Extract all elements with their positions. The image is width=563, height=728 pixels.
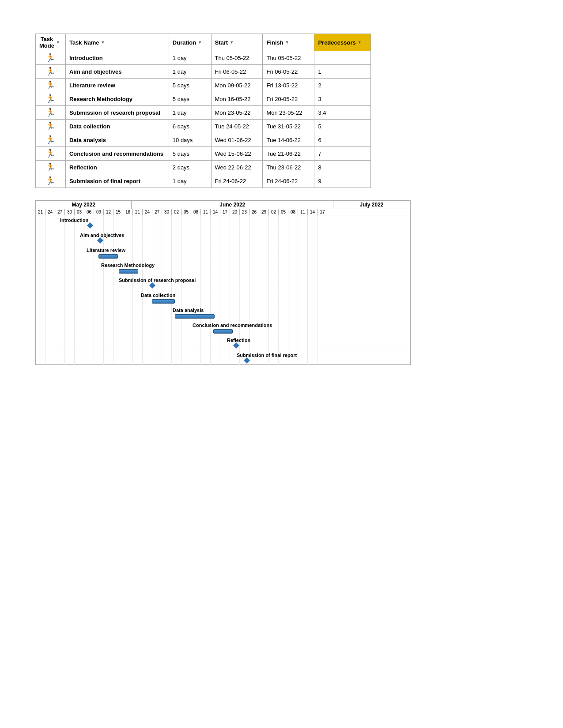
- gantt-day-label: 29: [259, 209, 269, 215]
- gantt-grid-cell: [162, 305, 172, 320]
- gantt-grid-row: [36, 215, 410, 230]
- task-finish-cell: Thu 23-06-22: [263, 161, 314, 174]
- gantt-grid-cell: [143, 230, 152, 245]
- task-finish-cell: Mon 23-05-22: [263, 106, 314, 120]
- gantt-grid-cell: [65, 350, 75, 365]
- gantt-grid-cell: [143, 335, 152, 350]
- gantt-grid-cell: [269, 305, 279, 320]
- gantt-day-label: 02: [172, 209, 181, 215]
- gantt-grid-cell: [317, 350, 327, 365]
- gantt-grid-cell: [230, 260, 240, 275]
- gantt-grid-cell: [45, 230, 55, 245]
- gantt-day-label: 21: [36, 209, 45, 215]
- table-row: 🏃Research Methodology5 daysMon 16-05-22F…: [36, 92, 371, 106]
- gantt-grid-cell: [162, 320, 172, 335]
- task-mode-icon: 🏃: [45, 108, 55, 117]
- gantt-grid-cell: [191, 350, 201, 365]
- gantt-grid-cell: [298, 335, 308, 350]
- gantt-grid-cell: [308, 290, 317, 305]
- gantt-grid-cell: [191, 260, 201, 275]
- gantt-grid-cell: [36, 245, 45, 260]
- sort-icon-predecessors[interactable]: ▼: [358, 40, 362, 45]
- gantt-grid-cell: [240, 305, 249, 320]
- gantt-grid-cell: [191, 245, 201, 260]
- gantt-grid-cell: [288, 290, 298, 305]
- gantt-grid-cell: [249, 260, 259, 275]
- task-duration-cell: 2 days: [169, 161, 211, 174]
- gantt-grid-cell: [123, 290, 133, 305]
- task-mode-icon: 🏃: [45, 135, 55, 145]
- gantt-grid-cell: [65, 260, 75, 275]
- gantt-task-label: Data analysis: [173, 308, 204, 313]
- gantt-grid-cell: [288, 215, 298, 230]
- gantt-day-label: 17: [220, 209, 230, 215]
- gantt-grid-cell: [94, 215, 104, 230]
- gantt-grid-cell: [211, 290, 220, 305]
- gantt-day-label: 15: [113, 209, 123, 215]
- gantt-day-label: 08: [191, 209, 201, 215]
- sort-icon-duration[interactable]: ▼: [198, 40, 202, 45]
- gantt-body: IntroductionAim and objectivesLiterature…: [35, 215, 411, 365]
- task-finish-cell: Fri 13-05-22: [263, 79, 314, 92]
- task-finish-cell: Fri 20-05-22: [263, 92, 314, 106]
- gantt-grid-cell: [249, 215, 259, 230]
- gantt-grid-cell: [143, 350, 152, 365]
- task-duration-cell: 5 days: [169, 92, 211, 106]
- gantt-grid-cell: [104, 350, 113, 365]
- gantt-day-label: 05: [181, 209, 191, 215]
- task-duration-cell: 5 days: [169, 147, 211, 161]
- gantt-grid-cell: [55, 245, 65, 260]
- gantt-grid-cell: [45, 215, 55, 230]
- task-mode-icon: 🏃: [45, 121, 55, 131]
- gantt-grid-cell: [298, 245, 308, 260]
- task-icon-cell: 🏃: [36, 133, 66, 147]
- col-label-task-mode: TaskMode: [39, 36, 54, 49]
- gantt-day-label: 30: [162, 209, 172, 215]
- gantt-grid-row: [36, 335, 410, 350]
- gantt-grid-cell: [94, 275, 104, 290]
- gantt-grid-cell: [113, 290, 123, 305]
- task-icon-cell: 🏃: [36, 147, 66, 161]
- task-predecessors-cell: 2: [314, 79, 371, 92]
- gantt-grid-cell: [65, 275, 75, 290]
- col-label-duration: Duration: [173, 39, 196, 46]
- sort-icon-task-mode[interactable]: ▼: [56, 40, 60, 45]
- gantt-grid-cell: [65, 290, 75, 305]
- gantt-grid-cell: [36, 260, 45, 275]
- task-finish-cell: Tue 14-06-22: [263, 133, 314, 147]
- gantt-grid-cell: [133, 245, 143, 260]
- gantt-grid-cell: [104, 215, 113, 230]
- task-finish-cell: Tue 31-05-22: [263, 120, 314, 133]
- col-header-task-mode: TaskMode ▼: [36, 34, 66, 51]
- gantt-month-label: June 2022: [132, 201, 333, 209]
- task-name-cell: Introduction: [65, 51, 169, 65]
- gantt-grid-cell: [201, 350, 211, 365]
- gantt-grid-cell: [133, 215, 143, 230]
- sort-icon-start[interactable]: ▼: [230, 40, 234, 45]
- gantt-grid-cell: [104, 275, 113, 290]
- table-row: 🏃Aim and objectives1 dayFri 06-05-22Fri …: [36, 65, 371, 79]
- gantt-grid-cell: [104, 335, 113, 350]
- gantt-grid-cell: [288, 275, 298, 290]
- gantt-month-header: May 2022June 2022July 2022: [35, 200, 411, 209]
- sort-icon-task-name[interactable]: ▼: [101, 40, 105, 45]
- gantt-grid-cell: [104, 320, 113, 335]
- gantt-grid-cell: [249, 275, 259, 290]
- gantt-task-label: Literature review: [87, 248, 125, 253]
- gantt-grid-cell: [36, 275, 45, 290]
- gantt-grid-cell: [201, 275, 211, 290]
- gantt-grid-cell: [45, 320, 55, 335]
- gantt-grid-cell: [143, 245, 152, 260]
- task-name-cell: Literature review: [65, 79, 169, 92]
- gantt-grid-cell: [249, 290, 259, 305]
- gantt-grid-cell: [201, 335, 211, 350]
- gantt-grid-cell: [94, 290, 104, 305]
- task-start-cell: Thu 05-05-22: [211, 51, 263, 65]
- gantt-grid-cell: [36, 290, 45, 305]
- task-start-cell: Wed 01-06-22: [211, 133, 263, 147]
- gantt-grid-cell: [240, 260, 249, 275]
- task-duration-cell: 1 day: [169, 106, 211, 120]
- gantt-grid-cell: [181, 350, 191, 365]
- sort-icon-finish[interactable]: ▼: [285, 40, 289, 45]
- gantt-grid-cell: [181, 230, 191, 245]
